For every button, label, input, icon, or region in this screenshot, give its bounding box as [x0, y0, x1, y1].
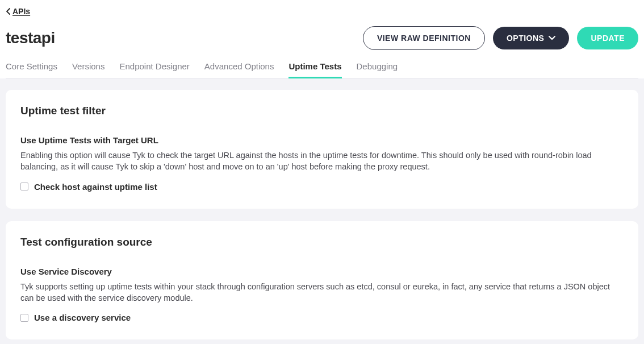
- use-discovery-service-checkbox-label: Use a discovery service: [34, 313, 131, 322]
- chevron-down-icon: [549, 36, 555, 40]
- use-uptime-tests-description: Enabling this option will cause Tyk to c…: [20, 150, 624, 173]
- check-host-checkbox[interactable]: [20, 183, 28, 190]
- tab-core-settings[interactable]: Core Settings: [6, 57, 57, 78]
- header-actions: VIEW RAW DEFINITION OPTIONS UPDATE: [363, 26, 638, 50]
- uptime-filter-title: Uptime test filter: [20, 105, 624, 117]
- use-service-discovery-label: Use Service Discovery: [20, 267, 624, 276]
- uptime-test-filter-card: Uptime test filter Use Uptime Tests with…: [6, 90, 638, 209]
- top-bar: APIs testapi VIEW RAW DEFINITION OPTIONS…: [0, 0, 644, 78]
- tabs: Core Settings Versions Endpoint Designer…: [6, 57, 638, 78]
- breadcrumb-apis[interactable]: APIs: [6, 7, 30, 16]
- tab-endpoint-designer[interactable]: Endpoint Designer: [119, 57, 189, 78]
- update-button[interactable]: UPDATE: [577, 27, 638, 49]
- use-service-discovery-description: Tyk supports setting up uptime tests wit…: [20, 281, 624, 304]
- breadcrumb-label: APIs: [12, 7, 30, 16]
- view-raw-definition-button[interactable]: VIEW RAW DEFINITION: [363, 26, 485, 50]
- tab-uptime-tests[interactable]: Uptime Tests: [288, 57, 341, 78]
- chevron-left-icon: [6, 8, 11, 15]
- header-row: testapi VIEW RAW DEFINITION OPTIONS UPDA…: [6, 26, 638, 50]
- test-configuration-source-card: Test configuration source Use Service Di…: [6, 221, 638, 340]
- options-button[interactable]: OPTIONS: [493, 27, 570, 49]
- test-config-source-title: Test configuration source: [20, 236, 624, 248]
- use-discovery-service-checkbox-row[interactable]: Use a discovery service: [20, 313, 624, 322]
- check-host-checkbox-row[interactable]: Check host against uptime list: [20, 182, 624, 192]
- use-uptime-tests-label: Use Uptime Tests with Target URL: [20, 135, 624, 145]
- options-button-label: OPTIONS: [507, 34, 545, 43]
- app-name: testapi: [6, 29, 55, 47]
- use-discovery-service-checkbox[interactable]: [20, 314, 28, 322]
- tab-versions[interactable]: Versions: [72, 57, 105, 78]
- tab-debugging[interactable]: Debugging: [357, 57, 398, 78]
- check-host-checkbox-label: Check host against uptime list: [34, 182, 157, 192]
- tab-advanced-options[interactable]: Advanced Options: [204, 57, 274, 78]
- main-content: Uptime test filter Use Uptime Tests with…: [0, 78, 644, 344]
